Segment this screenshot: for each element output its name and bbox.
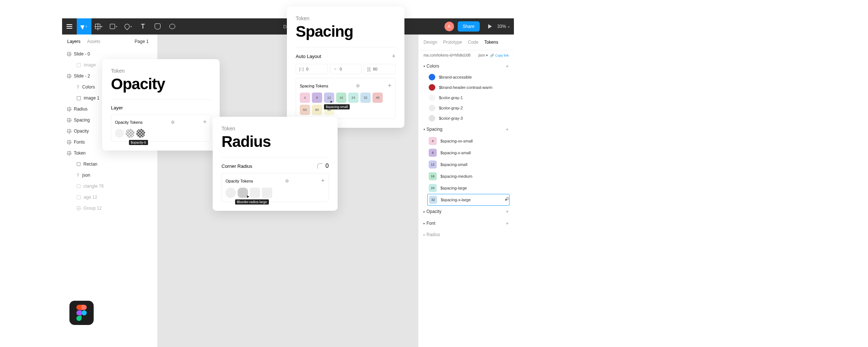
color-token[interactable]: $color-gray-2 <box>418 103 514 113</box>
section-font-header[interactable]: ▸Font+ <box>418 217 514 229</box>
hand-tool[interactable] <box>150 18 165 35</box>
opacity-token-1[interactable] <box>115 129 124 138</box>
spacing-token[interactable]: 32$spacing-x-large➤ <box>427 194 509 206</box>
tab-layers[interactable]: Layers <box>67 39 80 44</box>
caret-right-icon: ▸ <box>424 233 425 236</box>
spacing-swatch: 4 <box>429 137 437 145</box>
menu-button[interactable] <box>62 18 77 35</box>
settings-icon[interactable]: ⚙ <box>505 196 509 201</box>
inspector-tabs: Design Prototype Code Tokens <box>418 35 514 50</box>
padding-h-input[interactable]: |□|0 <box>296 64 328 74</box>
section-radius-header[interactable]: ▸Radius <box>418 229 514 240</box>
layer-label: ctangle 76 <box>83 184 104 189</box>
radius-token-1[interactable] <box>226 188 236 198</box>
copy-link-button[interactable]: 🔗 Copy link <box>490 54 509 57</box>
spacing-chip[interactable]: 80 <box>312 105 322 115</box>
zoom-select[interactable]: 33% ▾ <box>497 24 509 29</box>
spacing-chip[interactable]: 8 <box>312 93 322 103</box>
section-spacing-header[interactable]: ▾Spacing+ <box>418 123 514 135</box>
page-label: Page 1 <box>135 39 149 44</box>
layer-label: Token <box>74 151 86 156</box>
add-color-button[interactable]: + <box>506 63 509 69</box>
add-autolayout-button[interactable]: + <box>392 53 396 60</box>
comment-icon <box>169 24 175 29</box>
figma-logo[interactable] <box>69 301 94 325</box>
gap-input[interactable]: ]|[80 <box>364 64 396 74</box>
radius-token-4[interactable] <box>262 188 272 198</box>
frame-icon <box>67 140 71 144</box>
tooltip: $spacing-small <box>324 104 350 109</box>
add-opacity-button[interactable]: + <box>506 209 509 214</box>
add-spacing-button[interactable]: + <box>506 126 509 132</box>
spacing-token[interactable]: 12$spacing-small <box>418 159 514 170</box>
present-button[interactable] <box>483 18 497 35</box>
layer-row[interactable]: Rectan <box>62 159 157 170</box>
layer-label: image 1 <box>84 95 100 101</box>
layer-label: json <box>82 173 90 178</box>
tab-prototype[interactable]: Prototype <box>443 40 462 45</box>
add-button[interactable]: + <box>203 118 207 126</box>
section-colors-header[interactable]: ▾Colors+ <box>418 60 514 72</box>
cursor-pointer-icon: ➤ <box>330 100 333 104</box>
avatar[interactable]: A <box>444 22 454 31</box>
spacing-token[interactable]: 8$spacing-x-small <box>418 147 514 159</box>
spacing-chip[interactable]: 64 <box>300 105 310 115</box>
pen-tool[interactable]: ▾ <box>121 18 136 35</box>
spacing-token[interactable]: 4$spacing-xx-small <box>418 135 514 147</box>
spacing-chip[interactable]: 16 <box>336 93 346 103</box>
tab-assets[interactable]: Assets <box>87 39 100 44</box>
add-font-button[interactable]: + <box>506 220 509 226</box>
settings-icon[interactable]: ⚙ <box>356 83 360 88</box>
corner-radius-value[interactable]: 0 <box>325 163 329 169</box>
panel-title: Radius <box>221 133 329 151</box>
add-button[interactable]: + <box>321 177 325 185</box>
tab-tokens[interactable]: Tokens <box>484 40 498 45</box>
spacing-chip[interactable]: 48 <box>372 93 383 103</box>
json-dropdown[interactable]: json ▾ <box>478 53 488 57</box>
radius-token-3[interactable] <box>250 188 260 198</box>
layer-label: Spacing <box>74 118 90 123</box>
box-title: Opacity Tokens <box>226 179 253 183</box>
layer-row[interactable]: Tjson <box>62 170 157 181</box>
spacing-token[interactable]: 24$spacing-large <box>418 182 514 194</box>
color-token[interactable]: $color-gray-1 <box>418 93 514 103</box>
opacity-token-2[interactable] <box>126 129 134 138</box>
color-token[interactable]: $brand-header-contrast-warm <box>418 82 514 93</box>
section-title: Radius <box>426 232 440 237</box>
token-name: $spacing-x-large <box>441 198 471 202</box>
txt-icon: T <box>77 173 79 177</box>
layer-row[interactable]: Group 12 <box>62 203 157 214</box>
chevron-down-icon: ▾ <box>116 25 117 28</box>
comment-tool[interactable] <box>165 18 180 35</box>
section-title: Font <box>426 221 435 226</box>
section-opacity-header[interactable]: ▸Opacity+ <box>418 206 514 217</box>
text-icon: T <box>141 23 145 30</box>
shape-tool[interactable]: ▾ <box>106 18 121 35</box>
spacing-token[interactable]: 16$spacing-medium <box>418 170 514 182</box>
tab-design[interactable]: Design <box>424 40 437 45</box>
add-button[interactable]: + <box>388 82 392 90</box>
spacing-chip[interactable]: 4 <box>300 93 310 103</box>
page-select[interactable]: Page 1 ▾ <box>135 39 152 44</box>
move-tool[interactable]: ▾ <box>77 18 91 35</box>
layers-header: Layers Assets Page 1 ▾ <box>62 35 157 48</box>
caret-right-icon: ▸ <box>424 210 425 213</box>
opacity-token-3[interactable] <box>136 129 145 138</box>
spacing-chip[interactable]: 24 <box>348 93 359 103</box>
spacing-chip[interactable]: 32 <box>360 93 371 103</box>
radius-tokens-box: Opacity Tokens⚙+ ➤ $border-radius-large <box>221 173 329 202</box>
color-token[interactable]: $color-gray-3 <box>418 113 514 123</box>
settings-icon[interactable]: ⚙ <box>171 120 175 125</box>
share-button[interactable]: Share <box>458 21 480 32</box>
token-url[interactable]: ma.com/tokens-id=h8dkdJd8 <box>424 53 471 57</box>
settings-icon[interactable]: ⚙ <box>285 178 289 184</box>
color-token[interactable]: $brand-accessible <box>418 72 514 82</box>
frame-tool[interactable]: ▾ <box>91 18 106 35</box>
tab-code[interactable]: Code <box>468 40 479 45</box>
text-tool[interactable]: T <box>136 18 150 35</box>
rect-icon <box>77 184 80 188</box>
layer-row[interactable]: ctangle 76 <box>62 181 157 192</box>
layer-row[interactable]: age 12 <box>62 192 157 203</box>
padding-v-input[interactable]: ⫟0 <box>330 64 362 74</box>
layer-row[interactable]: Slide - 0 <box>62 48 157 59</box>
